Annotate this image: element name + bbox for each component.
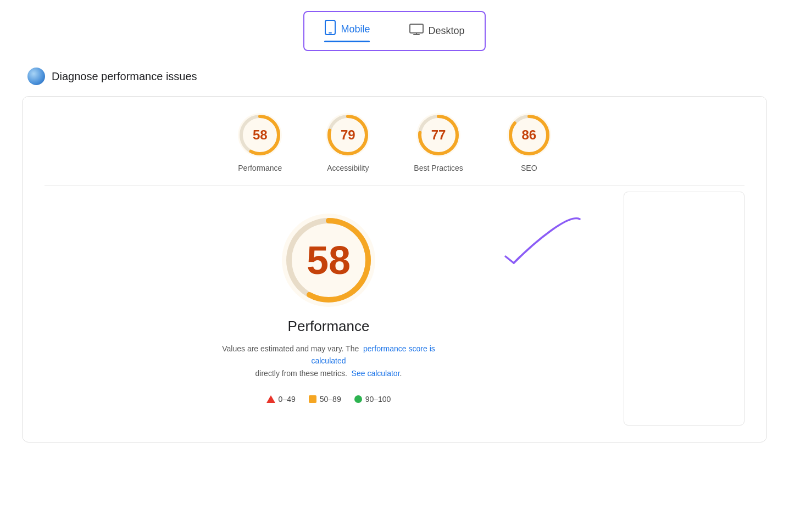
- tab-mobile[interactable]: Mobile: [315, 16, 379, 46]
- score-grid: 58 Performance 79 Accessibility: [45, 113, 744, 186]
- score-number-seo: 86: [521, 127, 536, 143]
- legend-green-icon: [354, 395, 362, 403]
- score-card: 58 Performance 79 Accessibility: [22, 96, 767, 443]
- score-number-accessibility: 79: [341, 127, 355, 143]
- score-item-best-practices[interactable]: 77 Best Practices: [414, 113, 463, 172]
- large-score-left: 58 Performance Values are estimated and …: [45, 192, 613, 425]
- score-item-seo[interactable]: 86 SEO: [507, 113, 551, 172]
- tab-container: Mobile Desktop: [303, 11, 485, 51]
- svg-rect-2: [410, 24, 423, 33]
- description-text-2: directly from these metrics.: [255, 369, 347, 378]
- large-score-right-panel: [624, 192, 744, 425]
- legend-orange-label: 50–89: [320, 395, 341, 404]
- tab-desktop-label: Desktop: [428, 25, 464, 37]
- legend-item-red: 0–49: [266, 395, 296, 404]
- legend-red-icon: [266, 395, 275, 403]
- calculator-link[interactable]: See calculator: [352, 369, 400, 378]
- description-text-1: Values are estimated and may vary. The: [222, 344, 359, 353]
- tab-mobile-underline: [324, 41, 370, 42]
- large-score-title: Performance: [288, 318, 370, 335]
- score-label-best-practices: Best Practices: [414, 164, 463, 172]
- legend-orange-icon: [309, 395, 316, 403]
- tab-mobile-label: Mobile: [341, 24, 370, 35]
- diagnose-row: Diagnose performance issues: [22, 68, 767, 85]
- tab-desktop[interactable]: Desktop: [401, 20, 473, 42]
- diagnose-title: Diagnose performance issues: [52, 70, 197, 83]
- large-score-section: 58 Performance Values are estimated and …: [45, 192, 744, 425]
- svg-rect-1: [329, 32, 332, 33]
- score-circle-accessibility: 79: [326, 113, 370, 157]
- arrow-annotation: [470, 208, 591, 282]
- score-circle-best-practices: 77: [416, 113, 460, 157]
- desktop-icon: [409, 24, 424, 38]
- score-number-best-practices: 77: [431, 127, 446, 143]
- legend-item-orange: 50–89: [309, 395, 341, 404]
- score-circle-seo: 86: [507, 113, 551, 157]
- score-label-accessibility: Accessibility: [327, 164, 369, 172]
- large-score-circle: 58: [282, 214, 375, 307]
- legend-item-green: 90–100: [354, 395, 391, 404]
- score-description: Values are estimated and may vary. The p…: [213, 343, 444, 379]
- score-item-performance[interactable]: 58 Performance: [238, 113, 282, 172]
- tab-bar: Mobile Desktop: [22, 11, 767, 51]
- score-item-accessibility[interactable]: 79 Accessibility: [326, 113, 370, 172]
- score-label-performance: Performance: [238, 164, 282, 172]
- score-circle-performance: 58: [238, 113, 282, 157]
- large-score-number: 58: [307, 238, 351, 283]
- score-label-seo: SEO: [521, 164, 537, 172]
- legend-red-label: 0–49: [279, 395, 296, 404]
- legend-green-label: 90–100: [365, 395, 391, 404]
- legend-row: 0–49 50–89 90–100: [266, 395, 391, 404]
- score-number-performance: 58: [253, 127, 268, 143]
- mobile-icon: [324, 20, 336, 38]
- diagnose-icon: [27, 68, 45, 85]
